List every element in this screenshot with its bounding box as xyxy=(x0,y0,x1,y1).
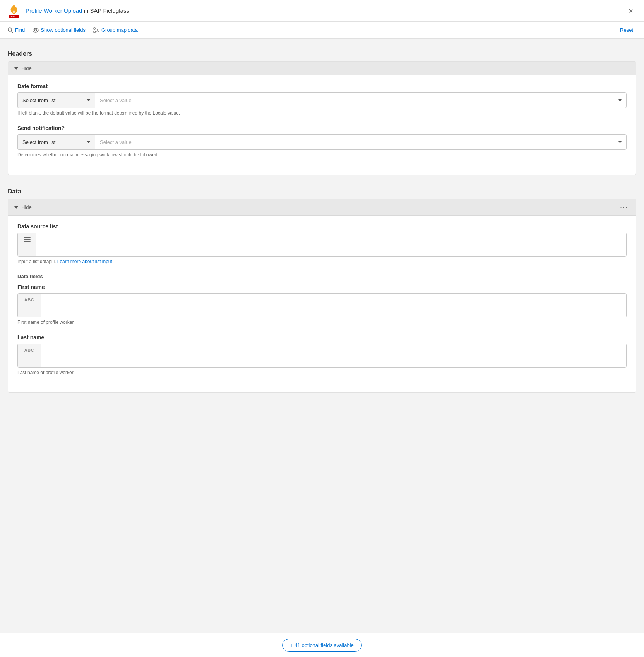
eye-icon xyxy=(33,28,39,33)
first-name-group: First name ABC First name of profile wor… xyxy=(17,284,627,325)
data-source-input-wrap xyxy=(17,233,627,257)
data-fields-label: Data fields xyxy=(17,274,627,279)
data-source-group: Data source list Input a list datapill. … xyxy=(17,223,627,264)
toolbar: Find Show optional fields Group map data… xyxy=(0,22,644,39)
send-notification-label: Send notification? xyxy=(17,125,627,131)
svg-line-3 xyxy=(11,31,13,33)
chevron-down-icon xyxy=(87,99,90,101)
send-notification-select-row: Select from list Select a value xyxy=(17,134,627,150)
last-name-badge: ABC xyxy=(18,344,41,367)
headers-section-title: Headers xyxy=(8,46,636,57)
first-name-label: First name xyxy=(17,284,627,290)
app-name-link[interactable]: Profile Worker Upload xyxy=(26,7,82,14)
data-source-hint: Input a list datapill. Learn more about … xyxy=(17,259,627,264)
close-button[interactable]: × xyxy=(625,5,636,16)
headers-card-body: Date format Select from list Select a va… xyxy=(8,75,636,175)
find-button[interactable]: Find xyxy=(8,26,25,34)
svg-point-5 xyxy=(35,29,37,31)
svg-rect-6 xyxy=(94,28,95,29)
title-bar-left: PRIVATE Profile Worker Upload in SAP Fie… xyxy=(8,4,129,18)
svg-rect-7 xyxy=(94,31,95,33)
chevron-down-icon xyxy=(87,141,90,143)
chevron-down-icon xyxy=(618,141,622,143)
date-format-value-select[interactable]: Select a value xyxy=(95,92,627,108)
learn-more-link[interactable]: Learn more about list input xyxy=(57,259,112,264)
last-name-group: Last name ABC Last name of profile worke… xyxy=(17,334,627,375)
headers-collapse-header[interactable]: Hide xyxy=(8,62,636,75)
svg-line-10 xyxy=(95,31,98,32)
collapse-triangle-icon xyxy=(14,206,18,209)
data-collapse-header[interactable]: Hide ··· xyxy=(8,199,636,216)
svg-line-9 xyxy=(95,29,98,29)
group-map-data-button[interactable]: Group map data xyxy=(93,26,138,34)
svg-point-4 xyxy=(33,28,38,32)
first-name-input-wrap: ABC xyxy=(17,293,627,317)
send-notification-type-select[interactable]: Select from list xyxy=(17,134,95,150)
title-bar: PRIVATE Profile Worker Upload in SAP Fie… xyxy=(0,0,644,22)
reset-button[interactable]: Reset xyxy=(617,26,636,34)
last-name-hint: Last name of profile worker. xyxy=(17,370,627,375)
last-name-input-wrap: ABC xyxy=(17,344,627,368)
first-name-input[interactable] xyxy=(41,294,626,317)
toolbar-actions: Find Show optional fields Group map data xyxy=(8,26,138,34)
send-notification-group: Send notification? Select from list Sele… xyxy=(17,125,627,157)
list-icon-button[interactable] xyxy=(18,233,36,256)
data-collapse-label: Hide xyxy=(21,204,32,210)
date-format-select-row: Select from list Select a value xyxy=(17,92,627,108)
data-card-body: Data source list Input a list datapill. … xyxy=(8,216,636,392)
data-card: Hide ··· Data source list xyxy=(8,199,636,393)
last-name-label: Last name xyxy=(17,334,627,340)
send-notification-value-select[interactable]: Select a value xyxy=(95,134,627,150)
more-options-button[interactable]: ··· xyxy=(618,203,630,211)
svg-rect-8 xyxy=(98,29,99,31)
show-optional-fields-button[interactable]: Show optional fields xyxy=(33,26,86,34)
data-source-label: Data source list xyxy=(17,223,627,229)
send-notification-hint: Determines whether normal messaging work… xyxy=(17,152,627,157)
chevron-down-icon xyxy=(618,99,622,101)
main-content: Headers Hide Date format Select from lis… xyxy=(0,39,644,433)
first-name-hint: First name of profile worker. xyxy=(17,320,627,325)
optional-fields-bar: + 41 optional fields available xyxy=(0,633,644,657)
last-name-input[interactable] xyxy=(41,344,626,367)
date-format-type-select[interactable]: Select from list xyxy=(17,92,95,108)
svg-text:PRIVATE: PRIVATE xyxy=(10,15,19,18)
group-icon xyxy=(93,27,99,33)
list-icon xyxy=(24,237,31,242)
page-title: Profile Worker Upload in SAP Fieldglass xyxy=(26,7,129,14)
date-format-hint: If left blank, the default value will be… xyxy=(17,110,627,116)
date-format-label: Date format xyxy=(17,83,627,89)
headers-card: Hide Date format Select from list Select… xyxy=(8,61,636,175)
headers-collapse-label: Hide xyxy=(21,65,32,71)
date-format-group: Date format Select from list Select a va… xyxy=(17,83,627,116)
data-source-textarea[interactable] xyxy=(36,233,626,256)
collapse-triangle-icon xyxy=(14,67,18,70)
search-icon xyxy=(8,27,13,33)
app-logo: PRIVATE xyxy=(8,4,20,18)
optional-fields-button[interactable]: + 41 optional fields available xyxy=(282,639,362,652)
first-name-badge: ABC xyxy=(18,294,41,317)
data-section-title: Data xyxy=(8,184,636,195)
